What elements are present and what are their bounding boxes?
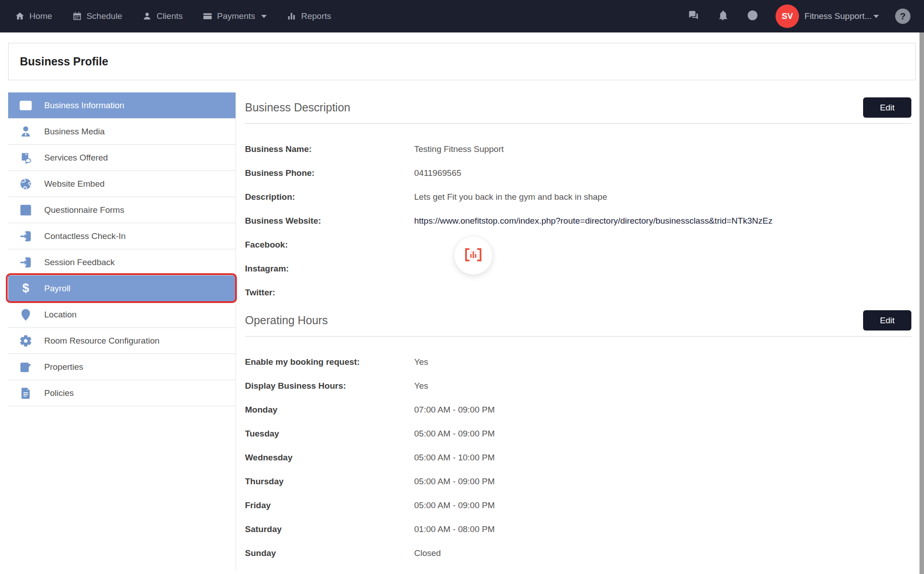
sidebar-item-label: Properties — [44, 362, 83, 372]
description-field-row: Description:Lets get Fit you back in the… — [245, 191, 911, 203]
chevron-down-icon — [261, 15, 267, 18]
field-value: 01:00 AM - 08:00 PM — [414, 524, 495, 534]
nav-item-clients[interactable]: Clients — [142, 11, 183, 21]
sidebar-item-policies[interactable]: Policies — [8, 380, 236, 406]
sidebar-item-website-embed[interactable]: Website Embed — [8, 171, 236, 197]
sidebar-item-label: Business Information — [44, 101, 124, 110]
sidebar-item-label: Payroll — [44, 284, 70, 294]
operating-hours-title: Operating Hours — [245, 314, 328, 327]
nav-item-label: Payments — [217, 11, 255, 21]
hours-setting-row: Enable my booking request:Yes — [245, 356, 911, 368]
field-label: Description: — [245, 192, 414, 202]
sidebar-item-location[interactable]: Location — [8, 302, 236, 328]
chat-icon — [687, 9, 699, 23]
nav-item-label: Schedule — [87, 11, 122, 21]
map-pin-icon — [18, 307, 33, 322]
nav-item-home[interactable]: Home — [15, 11, 52, 21]
list-icon — [18, 202, 33, 218]
hours-day-row: Wednesday05:00 AM - 10:00 PM — [245, 451, 911, 464]
page-title: Business Profile — [20, 55, 108, 68]
field-label: Tuesday — [245, 429, 414, 439]
home-icon — [15, 11, 25, 21]
operating-hours-days: Monday07:00 AM - 09:00 PMTuesday05:00 AM… — [245, 404, 911, 559]
field-label: Business Phone: — [245, 168, 414, 178]
field-label: Business Website: — [245, 216, 414, 226]
chevron-down-icon — [873, 15, 879, 18]
section-divider — [245, 336, 911, 337]
help-button[interactable]: ? — [895, 9, 910, 24]
account-menu[interactable]: SV Fitness Support... — [776, 5, 879, 28]
description-field-row: Business Website:https://www.onefitstop.… — [245, 215, 911, 227]
business-description-section: Business Description Edit — [245, 97, 911, 298]
edit-doc-icon — [18, 359, 33, 375]
operating-hours-settings: Enable my booking request:YesDisplay Bus… — [245, 356, 911, 392]
sidebar-item-label: Contactless Check-In — [44, 231, 126, 241]
field-label: Sunday — [245, 548, 414, 558]
section-divider — [245, 123, 911, 124]
edit-business-description-button[interactable]: Edit — [863, 97, 911, 118]
sidebar-item-questionnaire-forms[interactable]: Questionnaire Forms — [8, 197, 236, 223]
field-value-link[interactable]: https://www.onefitstop.com/index.php?rou… — [414, 216, 772, 226]
field-label: Enable my booking request: — [245, 357, 414, 367]
sidebar-item-business-information[interactable]: Business Information — [8, 92, 236, 119]
description-field-row: Business Name:Testing Fitness Support — [245, 143, 911, 155]
field-value: 05:00 AM - 09:00 PM — [414, 477, 495, 487]
description-field-row: Instagram: — [245, 262, 911, 275]
document-icon — [18, 386, 33, 401]
sidebar-item-payroll[interactable]: $Payroll — [8, 276, 236, 302]
vertical-scrollbar[interactable] — [919, 32, 924, 574]
navbar-right-group: SV Fitness Support... ? — [669, 5, 910, 28]
sidebar-item-business-media[interactable]: Business Media — [8, 119, 236, 145]
field-label: Facebook: — [245, 240, 414, 250]
person-icon — [142, 11, 152, 21]
field-value: Testing Fitness Support — [414, 144, 504, 154]
field-value: Yes — [414, 357, 428, 367]
book-chat-icon — [18, 150, 33, 165]
nav-item-label: Reports — [301, 11, 331, 21]
field-label: Instagram: — [245, 264, 414, 274]
hours-setting-row: Display Business Hours:Yes — [245, 380, 911, 392]
sidebar-item-room-resource-configuration[interactable]: Room Resource Configuration — [8, 328, 236, 354]
reports-icon — [286, 11, 296, 21]
sidebar-item-label: Website Embed — [44, 179, 105, 189]
hours-day-row: Friday05:00 AM - 09:00 PM — [245, 499, 911, 511]
nav-item-label: Clients — [157, 11, 183, 21]
top-navbar: HomeScheduleClientsPaymentsReports SV Fi… — [0, 0, 924, 32]
avatar: SV — [776, 5, 799, 28]
account-name: Fitness Support... — [804, 11, 872, 21]
barcode-scan-icon — [462, 244, 484, 267]
business-description-title: Business Description — [245, 101, 350, 114]
operating-hours-section: Operating Hours Edit Enable my booking r… — [245, 310, 911, 559]
sidebar-item-contactless-check-in[interactable]: Contactless Check-In — [8, 223, 236, 249]
edit-operating-hours-button[interactable]: Edit — [863, 310, 911, 331]
sign-in-icon — [18, 229, 33, 244]
field-value: 05:00 AM - 09:00 PM — [414, 501, 495, 510]
chat-button[interactable] — [687, 9, 699, 23]
description-field-row: Business Phone:0411969565 — [245, 167, 911, 179]
business-description-fields: Business Name:Testing Fitness SupportBus… — [245, 143, 911, 298]
field-label: Monday — [245, 405, 414, 415]
field-value: 05:00 AM - 10:00 PM — [414, 453, 495, 463]
field-value: 07:00 AM - 09:00 PM — [414, 405, 495, 415]
sidebar-item-label: Room Resource Configuration — [44, 336, 160, 346]
nav-item-reports[interactable]: Reports — [286, 11, 331, 21]
field-value: Yes — [414, 381, 428, 391]
page-title-card: Business Profile — [8, 43, 916, 80]
dollar-icon: $ — [18, 281, 33, 296]
field-value: 0411969565 — [414, 168, 461, 178]
hours-day-row: SundayClosed — [245, 547, 911, 559]
hours-day-row: Tuesday05:00 AM - 09:00 PM — [245, 427, 911, 440]
sidebar-item-label: Questionnaire Forms — [44, 205, 124, 215]
sign-in-icon — [18, 255, 33, 270]
sidebar-item-properties[interactable]: Properties — [8, 354, 236, 380]
hours-day-row: Monday07:00 AM - 09:00 PM — [245, 404, 911, 416]
sidebar-item-session-feedback[interactable]: Session Feedback — [8, 249, 236, 276]
field-label: Twitter: — [245, 288, 414, 298]
nav-item-payments[interactable]: Payments — [203, 11, 267, 21]
nav-item-schedule[interactable]: Schedule — [72, 11, 122, 21]
history-button[interactable] — [747, 9, 758, 23]
scan-badge — [454, 237, 492, 275]
field-label: Business Name: — [245, 144, 414, 154]
sidebar-item-services-offered[interactable]: Services Offered — [8, 145, 236, 171]
notifications-button[interactable] — [717, 9, 729, 23]
